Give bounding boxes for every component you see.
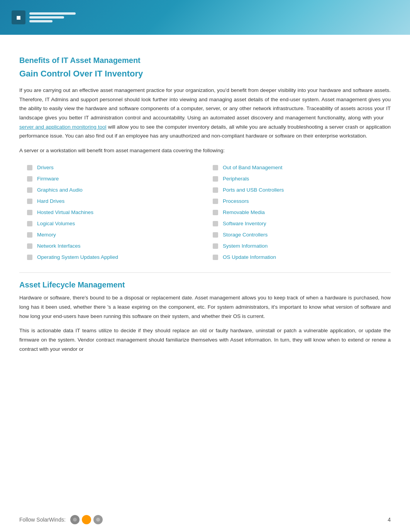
list-item-text: System Information [223,243,268,249]
list-item-text: Software Inventory [223,221,266,226]
list-bullet [27,210,32,215]
list-item: Software Inventory [205,218,391,229]
list-item: Logical Volumes [19,218,205,229]
list-item-text: Graphics and Audio [37,187,83,193]
list-item: Network Interfaces [19,240,205,252]
svg-point-0 [73,518,77,522]
logo-icon: ■ [12,10,25,24]
list-bullet [27,176,32,182]
main-content: Benefits of IT Asset Management Gain Con… [0,35,410,367]
list-item: Removable Media [205,207,391,218]
paragraph-3: This is actionable data IT teams utilize… [19,326,391,354]
list-item-text: OS Update Information [223,254,276,260]
logo-line-2 [29,16,64,19]
list-item: Drivers [19,162,205,173]
social-icon-3[interactable] [93,515,103,524]
list-item: Hard Drives [19,195,205,207]
social-icon-1[interactable] [70,515,80,524]
list-bullet [213,221,218,226]
logo-line-1 [29,12,76,15]
paragraph-1: If you are carrying out an effective ass… [19,86,391,141]
list-bullet [213,243,218,249]
link-spacer [386,115,391,121]
list-item: Storage Controllers [205,229,391,240]
list-item-text: Out of Band Management [223,165,283,170]
follow-text: Follow SolarWinds: [19,517,66,523]
list-item-text: Memory [37,232,56,238]
list-bullet [213,176,218,182]
list-item-text: Processors [223,198,249,204]
list-item-text: Peripherals [223,176,249,182]
list-item-text: Ports and USB Controllers [223,187,284,193]
list-bullet [27,221,32,226]
list-column-left: DriversFirmwareGraphics and AudioHard Dr… [19,162,205,263]
asset-list: DriversFirmwareGraphics and AudioHard Dr… [19,162,391,263]
list-item-text: Network Interfaces [37,243,81,249]
page-header: ■ [0,0,410,35]
list-bullet [213,255,218,260]
monitoring-tool-link[interactable]: server and application monitoring tool [19,124,107,130]
social-icon-2[interactable] [82,515,91,524]
list-item: Processors [205,195,391,207]
list-bullet [27,243,32,249]
subtitle: Gain Control Over IT Inventory [19,69,391,79]
list-item-text: Operating System Updates Applied [37,254,118,260]
list-column-right: Out of Band ManagementPeripheralsPorts a… [205,162,391,263]
section2-title: Asset Lifecycle Management [19,280,391,289]
list-bullet [27,232,32,238]
logo: ■ [12,10,76,24]
divider-1 [19,272,391,273]
list-item: Firmware [19,173,205,184]
list-item-text: Drivers [37,165,54,170]
list-item: Hosted Virtual Machines [19,207,205,218]
list-item-text: Removable Media [223,209,265,215]
list-item-text: Logical Volumes [37,221,75,226]
list-item: Ports and USB Controllers [205,184,391,195]
list-item: System Information [205,240,391,252]
list-bullet [213,165,218,170]
list-intro: A server or a workstation will benefit f… [19,146,391,155]
paragraph-2: Hardware or software, there's bound to b… [19,293,391,321]
list-item: Memory [19,229,205,240]
page-number: 4 [388,517,391,523]
svg-point-1 [85,518,88,522]
list-item-text: Firmware [37,176,59,182]
list-item: Peripherals [205,173,391,184]
list-bullet [27,165,32,170]
page-footer: Follow SolarWinds: 4 [19,515,391,524]
list-item: OS Update Information [205,252,391,263]
list-bullet [27,187,32,193]
list-bullet [213,187,218,193]
list-item: Graphics and Audio [19,184,205,195]
social-icons [70,515,103,524]
logo-text-lines [29,12,76,22]
paragraph-1-text: If you are carrying out an effective ass… [19,87,391,121]
list-item: Out of Band Management [205,162,391,173]
svg-point-2 [96,518,100,522]
follow-section: Follow SolarWinds: [19,515,103,524]
list-bullet [27,255,32,260]
logo-line-3 [29,20,53,22]
list-item: Operating System Updates Applied [19,252,205,263]
list-item-text: Hard Drives [37,198,64,204]
list-item-text: Hosted Virtual Machines [37,209,93,215]
list-bullet [213,210,218,215]
list-bullet [27,199,32,204]
main-title: Benefits of IT Asset Management [19,56,391,65]
list-item-text: Storage Controllers [223,232,268,238]
list-bullet [213,232,218,238]
list-bullet [213,199,218,204]
